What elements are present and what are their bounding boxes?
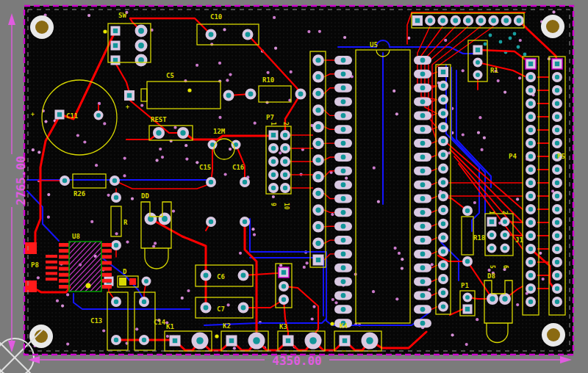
pin-number-label: 10 <box>283 203 290 210</box>
pin1-marker <box>86 283 91 289</box>
refdes-label: P1 <box>461 282 469 289</box>
pcb-layout-svg[interactable]: 4350.002765.00SWC10C5R10C11REST12MP7R26R… <box>0 0 588 373</box>
refdes-label: C15 <box>199 164 211 171</box>
refdes-label: DD <box>141 192 149 200</box>
p8-pad[interactable] <box>25 280 37 292</box>
refdes-label: C16 <box>232 164 244 171</box>
refdes-label: U5 <box>370 41 378 48</box>
pin-number-label: 6 <box>502 265 509 269</box>
smd-pad[interactable] <box>59 243 69 247</box>
pin-number-label: 2 <box>282 122 289 126</box>
refdes-label: D8 <box>487 272 495 280</box>
refdes-label: P7 <box>266 114 274 121</box>
smd-pad[interactable] <box>101 279 112 283</box>
smd-pad[interactable] <box>101 255 112 258</box>
refdes-label: P4 <box>509 153 517 160</box>
smd-pad[interactable] <box>59 279 69 283</box>
pin-number-label: 2 <box>501 211 508 214</box>
smd-pad[interactable] <box>101 273 112 277</box>
refdes-label: R <box>123 219 128 226</box>
refdes-label: C11 <box>66 112 78 120</box>
refdes-label: P5 <box>557 153 565 160</box>
pcb-editor-canvas[interactable]: 4350.002765.00SWC10C5R10C11REST12MP7R26R… <box>0 0 588 373</box>
smd-pad[interactable] <box>101 249 112 253</box>
smd-pad[interactable] <box>101 267 112 271</box>
refdes-label: R26 <box>74 190 85 198</box>
smd-pad[interactable] <box>101 285 112 289</box>
refdes-label: C5 <box>166 72 174 79</box>
board-height-dimension: 2765.00 <box>14 156 28 205</box>
smd-pad[interactable] <box>59 267 69 271</box>
smd-pad[interactable] <box>101 243 112 247</box>
refdes-label: D <box>123 268 127 275</box>
smd-pad[interactable] <box>59 249 69 253</box>
pin-number-label: 1 <box>270 122 276 126</box>
refdes-label: P8 <box>31 261 39 269</box>
refdes-label: SW <box>118 12 126 19</box>
refdes-label: R10 <box>262 76 274 84</box>
smd-pad[interactable] <box>59 261 69 264</box>
refdes-label: C7 <box>217 305 225 313</box>
refdes-label: 12M <box>213 128 226 135</box>
smd-pad[interactable] <box>59 285 69 289</box>
refdes-label: C10 <box>210 13 222 21</box>
refdes-label: C14 <box>154 319 166 326</box>
refdes-label: REST <box>151 116 167 123</box>
refdes-label: R1 <box>490 67 498 74</box>
refdes-label: C6 <box>217 273 225 280</box>
refdes-label: C13 <box>90 317 102 325</box>
refdes-label: K2 <box>223 322 231 330</box>
pin-number-label: 9 <box>270 203 276 206</box>
pin-number-label: 1 <box>488 211 495 214</box>
smd-pad[interactable] <box>59 255 69 258</box>
smd-pad[interactable] <box>101 261 112 264</box>
polarity-mark: + <box>31 111 35 117</box>
board-width-dimension: 4350.00 <box>272 354 321 368</box>
d-diode-body[interactable] <box>119 278 126 286</box>
pin-number-label: 5 <box>489 265 495 269</box>
refdes-label: K3 <box>279 323 287 330</box>
refdes-label: K1 <box>166 323 174 330</box>
refdes-label: R18 <box>473 234 485 242</box>
refdes-label: K4 <box>340 322 348 330</box>
refdes-label: U8 <box>72 233 80 240</box>
refdes-label: J1 <box>515 236 523 244</box>
smd-pad[interactable] <box>59 273 69 277</box>
p8-pad[interactable] <box>25 242 37 254</box>
polarity-mark: + <box>126 104 129 110</box>
